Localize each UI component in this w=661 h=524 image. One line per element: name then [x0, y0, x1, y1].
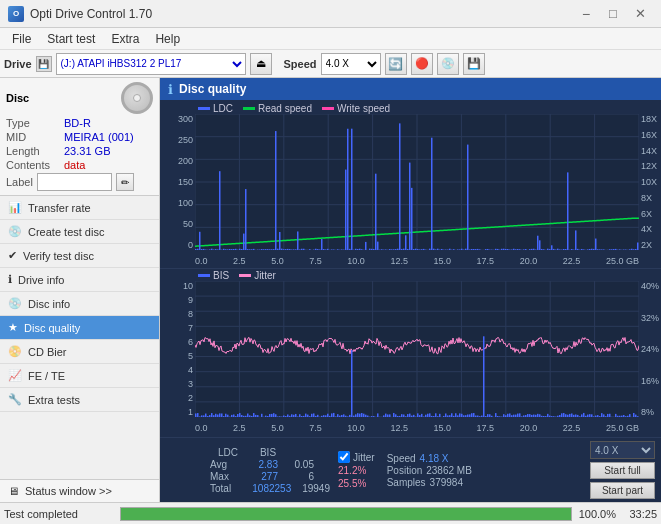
avg-ldc-value: 2.83 — [246, 459, 278, 470]
jitter-legend-label: Jitter — [254, 270, 276, 281]
cd-bier-icon: 📀 — [8, 345, 22, 358]
charts-area: LDC Read speed Write speed — [160, 100, 661, 437]
nav-cd-bier[interactable]: 📀 CD Bier — [0, 340, 159, 364]
lower-legend: BIS Jitter — [160, 269, 661, 282]
speed-label: Speed — [284, 58, 317, 70]
max-label: Max — [210, 471, 242, 482]
upper-x-axis: 0.0 2.5 5.0 7.5 10.0 12.5 15.0 17.5 20.0… — [195, 256, 639, 266]
speed-selector[interactable]: 4.0 X — [321, 53, 381, 75]
create-test-disc-label: Create test disc — [28, 226, 104, 238]
progress-bar-outer — [120, 507, 572, 521]
burn-button[interactable]: 🔴 — [411, 53, 433, 75]
refresh-button[interactable]: 🔄 — [385, 53, 407, 75]
title-bar: O Opti Drive Control 1.70 − □ ✕ — [0, 0, 661, 28]
nav-create-test-disc[interactable]: 💿 Create test disc — [0, 220, 159, 244]
length-label: Length — [6, 145, 64, 157]
read-speed-legend-label: Read speed — [258, 103, 312, 114]
drive-toolbar: Drive 💾 (J:) ATAPI iHBS312 2 PL17 ⏏ Spee… — [0, 50, 661, 78]
max-bis-value: 6 — [282, 471, 314, 482]
start-full-button[interactable]: Start full — [590, 462, 655, 479]
menu-extra[interactable]: Extra — [103, 30, 147, 48]
status-window-icon: 🖥 — [8, 485, 19, 497]
eject-button[interactable]: ⏏ — [250, 53, 272, 75]
drive-selector[interactable]: (J:) ATAPI iHBS312 2 PL17 — [56, 53, 246, 75]
avg-bis-value: 0.05 — [282, 459, 314, 470]
stats-row: LDC BIS Avg 2.83 0.05 Max 277 6 Total — [160, 437, 661, 502]
save-button[interactable]: 💾 — [463, 53, 485, 75]
transfer-rate-label: Transfer rate — [28, 202, 91, 214]
contents-value: data — [64, 159, 85, 171]
speed-stat-label: Speed — [387, 453, 416, 464]
fe-te-label: FE / TE — [28, 370, 65, 382]
dq-title: Disc quality — [179, 82, 246, 96]
time-display: 33:25 — [622, 508, 657, 520]
label-edit-button[interactable]: ✏ — [116, 173, 134, 191]
progress-percent: 100.0% — [578, 508, 616, 520]
max-jitter-value: 25.5% — [338, 478, 366, 489]
status-window-button[interactable]: 🖥 Status window >> — [0, 479, 159, 502]
ldc-legend-label: LDC — [213, 103, 233, 114]
upper-chart-canvas — [195, 114, 639, 250]
cd-bier-label: CD Bier — [28, 346, 67, 358]
bis-col-header: BIS — [250, 447, 286, 458]
drive-label: Drive — [4, 58, 32, 70]
length-value: 23.31 GB — [64, 145, 110, 157]
close-button[interactable]: ✕ — [627, 4, 653, 24]
lower-chart-canvas — [195, 281, 639, 417]
max-ldc-value: 277 — [246, 471, 278, 482]
maximize-button[interactable]: □ — [600, 4, 626, 24]
ldc-legend-color — [198, 107, 210, 110]
position-value: 23862 MB — [426, 465, 472, 476]
type-value: BD-R — [64, 117, 91, 129]
menu-file[interactable]: File — [4, 30, 39, 48]
write-speed-legend-color — [322, 107, 334, 110]
label-input[interactable] — [37, 173, 112, 191]
verify-test-disc-icon: ✔ — [8, 249, 17, 262]
content-area: ℹ Disc quality LDC Read — [160, 78, 661, 502]
nav-drive-info[interactable]: ℹ Drive info — [0, 268, 159, 292]
menu-start-test[interactable]: Start test — [39, 30, 103, 48]
test-speed-dropdown[interactable]: 4.0 X — [590, 441, 655, 459]
mid-label: MID — [6, 131, 64, 143]
disc-section-title: Disc — [6, 92, 29, 104]
write-speed-legend-label: Write speed — [337, 103, 390, 114]
drive-info-label: Drive info — [18, 274, 64, 286]
disc-info-label: Disc info — [28, 298, 70, 310]
speed-stat-value: 4.18 X — [420, 453, 449, 464]
menu-help[interactable]: Help — [147, 30, 188, 48]
status-window-label: Status window >> — [25, 485, 112, 497]
nav-disc-quality[interactable]: ★ Disc quality — [0, 316, 159, 340]
total-bis-value: 19949 — [295, 483, 330, 494]
nav-verify-test-disc[interactable]: ✔ Verify test disc — [0, 244, 159, 268]
extra-tests-icon: 🔧 — [8, 393, 22, 406]
disc-graphic — [121, 82, 153, 114]
type-label: Type — [6, 117, 64, 129]
disc-quality-icon: ★ — [8, 321, 18, 334]
start-part-button[interactable]: Start part — [590, 482, 655, 499]
bis-legend-color — [198, 274, 210, 277]
upper-y-left: 300 250 200 150 100 50 0 — [160, 114, 195, 250]
extra-tests-label: Extra tests — [28, 394, 80, 406]
lower-y-right: 40% 32% 24% 16% 8% — [639, 281, 661, 417]
disc-panel: Disc Type BD-R MID MEIRA1 (001) Length 2… — [0, 78, 159, 196]
upper-y-right: 18X 16X 14X 12X 10X 8X 6X 4X 2X — [639, 114, 661, 250]
total-label: Total — [210, 483, 241, 494]
verify-test-disc-label: Verify test disc — [23, 250, 94, 262]
disc-button[interactable]: 💿 — [437, 53, 459, 75]
disc-quality-label: Disc quality — [24, 322, 80, 334]
fe-te-icon: 📈 — [8, 369, 22, 382]
create-test-disc-icon: 💿 — [8, 225, 22, 238]
nav-transfer-rate[interactable]: 📊 Transfer rate — [0, 196, 159, 220]
samples-label: Samples — [387, 477, 426, 488]
avg-label: Avg — [210, 459, 242, 470]
nav-fe-te[interactable]: 📈 FE / TE — [0, 364, 159, 388]
transfer-rate-icon: 📊 — [8, 201, 22, 214]
avg-jitter-value: 21.2% — [338, 465, 366, 476]
mid-value: MEIRA1 (001) — [64, 131, 134, 143]
minimize-button[interactable]: − — [573, 4, 599, 24]
drive-icon: 💾 — [36, 56, 52, 72]
nav-disc-info[interactable]: 💿 Disc info — [0, 292, 159, 316]
jitter-col-header: Jitter — [353, 452, 375, 463]
jitter-checkbox[interactable] — [338, 451, 350, 463]
nav-extra-tests[interactable]: 🔧 Extra tests — [0, 388, 159, 412]
